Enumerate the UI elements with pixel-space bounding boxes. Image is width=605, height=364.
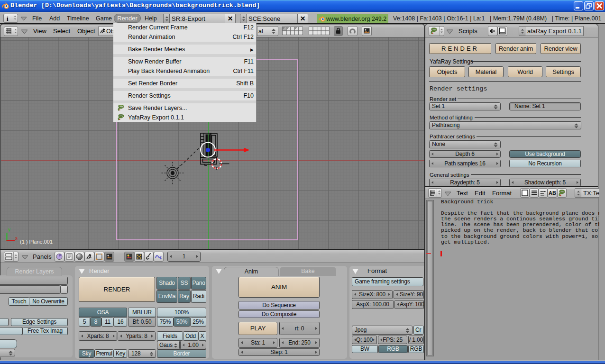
svg-text:y: y [8,227,10,232]
svg-text:x: x [15,236,18,241]
svg-text:i: i [7,15,9,22]
svg-text:(1 ) Plane.001: (1 ) Plane.001 [20,239,53,245]
